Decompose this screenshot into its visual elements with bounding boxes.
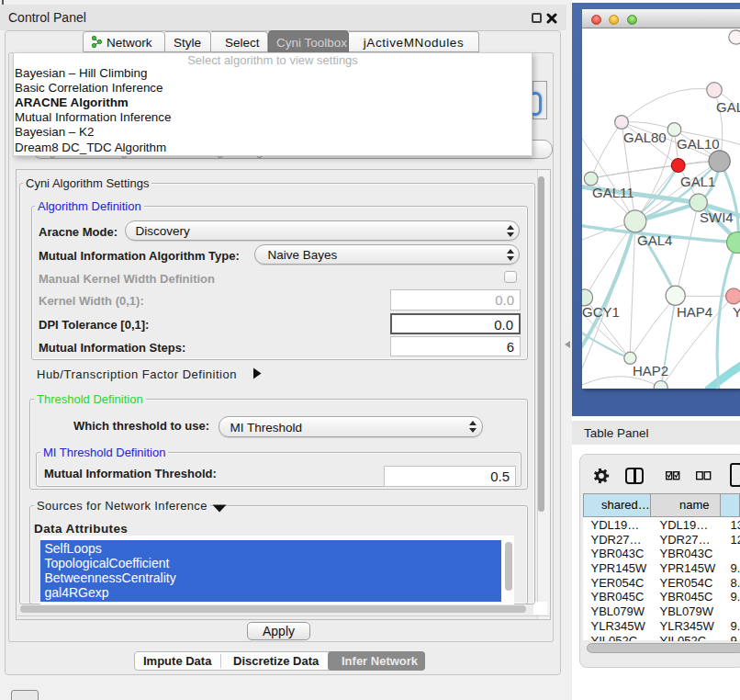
- svg-text:GAL1: GAL1: [680, 174, 715, 189]
- svg-text:HAP4: HAP4: [677, 304, 712, 320]
- svg-text:GAL4: GAL4: [637, 232, 672, 248]
- svg-text:GAL11: GAL11: [592, 185, 634, 200]
- svg-text:GCY1: GCY1: [582, 304, 620, 320]
- svg-text:HAP2: HAP2: [633, 363, 668, 378]
- svg-text:SWI4: SWI4: [700, 209, 734, 225]
- svg-text:GAL7: GAL7: [716, 99, 740, 115]
- svg-text:Y: Y: [733, 304, 740, 320]
- svg-text:GAL10: GAL10: [677, 136, 720, 152]
- svg-text:GAL80: GAL80: [623, 130, 667, 145]
